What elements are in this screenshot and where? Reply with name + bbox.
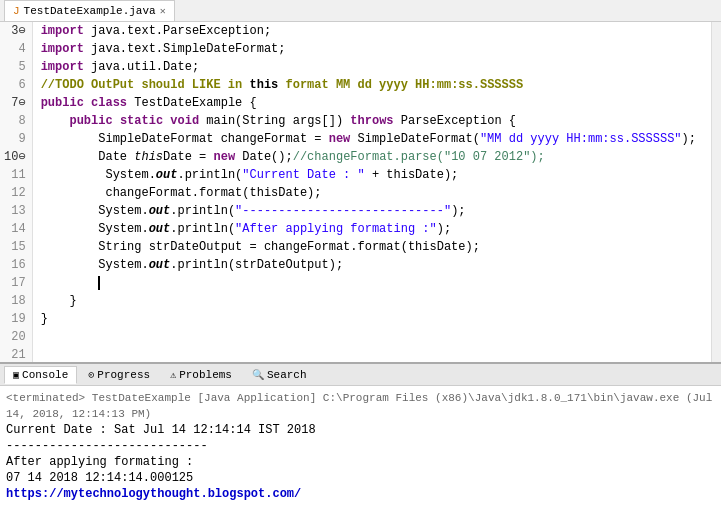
line-number-16: 16: [4, 256, 26, 274]
line-number-19: 19: [4, 310, 26, 328]
console-panel: ▣Console⊙Progress⚠Problems🔍Search <termi…: [0, 362, 721, 510]
code-line-20: }: [41, 292, 711, 310]
code-line-22: }: [41, 310, 711, 328]
code-line-13: System.out.println("Current Date : " + t…: [41, 166, 711, 184]
line-number-8: 8: [4, 112, 26, 130]
console-tab-label: Console: [22, 369, 68, 381]
progress-tab-label: Progress: [97, 369, 150, 381]
code-line-4: import java.text.SimpleDateFormat;: [41, 40, 711, 58]
code-line-18: System.out.println(strDateOutput);: [41, 256, 711, 274]
line-number-5: 5: [4, 58, 26, 76]
editor-vertical-scrollbar[interactable]: [711, 22, 721, 362]
code-content[interactable]: import java.text.ParseException;import j…: [33, 22, 711, 362]
code-line-11: SimpleDateFormat changeFormat = new Simp…: [41, 130, 711, 148]
tab-filename: TestDateExample.java: [24, 5, 156, 17]
line-number-7: 7⊖: [4, 94, 26, 112]
search-tab-label: Search: [267, 369, 307, 381]
line-number-11: 11: [4, 166, 26, 184]
search-tab-icon: 🔍: [252, 369, 264, 381]
progress-tab-icon: ⊙: [88, 369, 94, 381]
problems-tab-label: Problems: [179, 369, 232, 381]
line-number-18: 18: [4, 292, 26, 310]
code-line-12: Date thisDate = new Date();//changeForma…: [41, 148, 711, 166]
code-line-14: changeFormat.format(thisDate);: [41, 184, 711, 202]
editor-tab-bar: J TestDateExample.java ✕: [0, 0, 721, 22]
console-output-line: ----------------------------: [6, 438, 715, 454]
line-number-21: 21: [4, 346, 26, 362]
console-tab-console[interactable]: ▣Console: [4, 366, 77, 384]
code-line-8: public class TestDateExample {: [41, 94, 711, 112]
console-tab-problems[interactable]: ⚠Problems: [161, 366, 241, 384]
code-line-19: [41, 274, 711, 292]
console-tab-bar: ▣Console⊙Progress⚠Problems🔍Search: [0, 364, 721, 386]
code-line-17: String strDateOutput = changeFormat.form…: [41, 238, 711, 256]
line-number-4: 4: [4, 40, 26, 58]
line-number-15: 15: [4, 238, 26, 256]
blog-link[interactable]: https://mytechnologythought.blogspot.com…: [6, 487, 301, 501]
terminated-line: <terminated> TestDateExample [Java Appli…: [6, 390, 715, 422]
console-tab-icon: ▣: [13, 369, 19, 381]
console-tab-search[interactable]: 🔍Search: [243, 366, 316, 384]
console-output-line: 07 14 2018 12:14:14.000125: [6, 470, 715, 486]
line-number-9: 9: [4, 130, 26, 148]
code-editor: 3⊖4567⊖8910⊖111213141516171819202122 imp…: [0, 22, 721, 362]
code-line-7: //TODO OutPut should LIKE in this format…: [41, 76, 711, 94]
blog-link-line: https://mytechnologythought.blogspot.com…: [6, 486, 715, 502]
code-line-15: System.out.println("--------------------…: [41, 202, 711, 220]
console-output-line: Current Date : Sat Jul 14 12:14:14 IST 2…: [6, 422, 715, 438]
code-line-16: System.out.println("After applying forma…: [41, 220, 711, 238]
line-number-gutter: 3⊖4567⊖8910⊖111213141516171819202122: [0, 22, 33, 362]
line-number-6: 6: [4, 76, 26, 94]
line-number-12: 12: [4, 184, 26, 202]
tab-close-button[interactable]: ✕: [160, 5, 166, 17]
line-number-20: 20: [4, 328, 26, 346]
console-output-line: After applying formating :: [6, 454, 715, 470]
line-number-14: 14: [4, 220, 26, 238]
code-line-5: import java.util.Date;: [41, 58, 711, 76]
line-number-3: 3⊖: [4, 22, 26, 40]
line-number-13: 13: [4, 202, 26, 220]
problems-tab-icon: ⚠: [170, 369, 176, 381]
line-number-10: 10⊖: [4, 148, 26, 166]
file-tab[interactable]: J TestDateExample.java ✕: [4, 0, 175, 21]
console-output-area: <terminated> TestDateExample [Java Appli…: [0, 386, 721, 510]
console-tab-progress[interactable]: ⊙Progress: [79, 366, 159, 384]
code-line-3: import java.text.ParseException;: [41, 22, 711, 40]
code-line-10: public static void main(String args[]) t…: [41, 112, 711, 130]
java-file-icon: J: [13, 5, 20, 17]
line-number-17: 17: [4, 274, 26, 292]
